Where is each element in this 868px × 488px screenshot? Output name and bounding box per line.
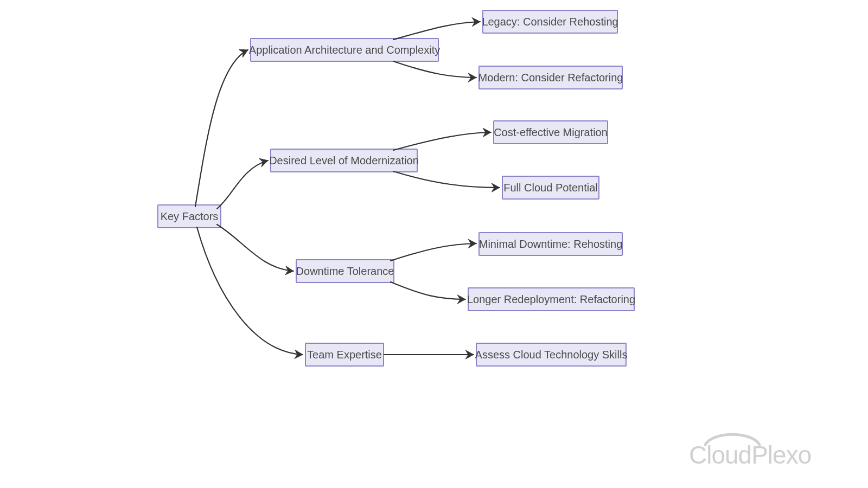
leaf-cost-label: Cost-effective Migration	[494, 126, 608, 139]
leaf-modern: Modern: Consider Refactoring	[478, 66, 623, 89]
leaf-minimal-label: Minimal Downtime: Rehosting	[479, 238, 623, 251]
brand-logo: CloudPlexo	[689, 428, 852, 472]
branch-arch-label: Application Architecture and Complexity	[249, 44, 440, 56]
branch-team: Team Expertise	[305, 343, 384, 367]
branch-modern-level-label: Desired Level of Modernization	[269, 155, 419, 167]
diagram-edges	[0, 0, 868, 488]
leaf-modern-label: Modern: Consider Refactoring	[478, 72, 623, 84]
leaf-longer-label: Longer Redeployment: Refactoring	[467, 293, 635, 306]
leaf-legacy: Legacy: Consider Rehosting	[482, 10, 618, 34]
root-node-label: Key Factors	[161, 210, 219, 223]
leaf-legacy-label: Legacy: Consider Rehosting	[482, 16, 618, 28]
leaf-fullcloud: Full Cloud Potential	[502, 176, 599, 200]
leaf-cost: Cost-effective Migration	[493, 120, 608, 144]
leaf-longer: Longer Redeployment: Refactoring	[468, 287, 635, 311]
branch-downtime: Downtime Tolerance	[296, 259, 394, 283]
leaf-assess: Assess Cloud Technology Skills	[476, 343, 627, 367]
leaf-fullcloud-label: Full Cloud Potential	[503, 182, 597, 194]
leaf-assess-label: Assess Cloud Technology Skills	[475, 349, 628, 361]
branch-team-label: Team Expertise	[307, 349, 382, 361]
branch-arch: Application Architecture and Complexity	[250, 38, 439, 62]
branch-downtime-label: Downtime Tolerance	[296, 265, 394, 278]
root-node: Key Factors	[157, 204, 221, 228]
leaf-minimal: Minimal Downtime: Rehosting	[478, 232, 623, 256]
svg-text:CloudPlexo: CloudPlexo	[689, 441, 811, 469]
branch-modern-level: Desired Level of Modernization	[270, 149, 418, 172]
